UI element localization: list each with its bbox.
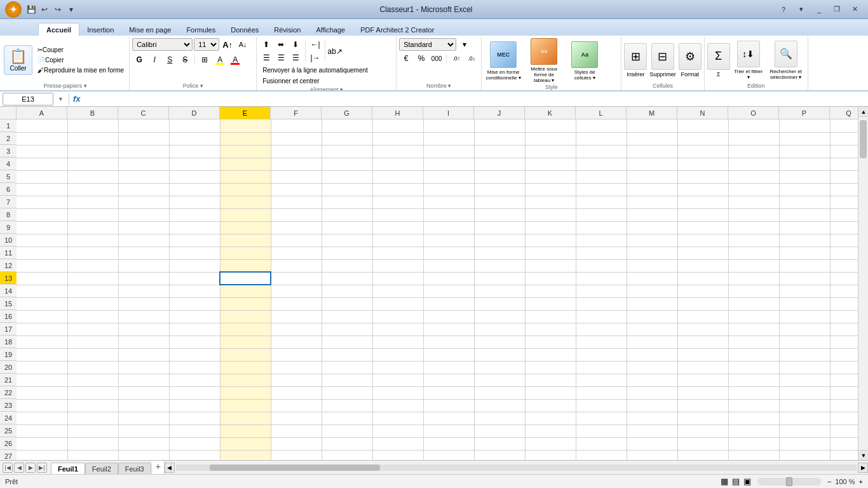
cell-G16[interactable] xyxy=(322,310,372,323)
cell-M13[interactable] xyxy=(627,272,677,285)
cell-I18[interactable] xyxy=(423,336,474,348)
cell-F6[interactable] xyxy=(271,183,322,196)
cell-A10[interactable] xyxy=(17,234,67,247)
cell-Q19[interactable] xyxy=(830,348,858,361)
cell-Q9[interactable] xyxy=(830,221,858,234)
cell-Q6[interactable] xyxy=(830,183,858,196)
row-header-14[interactable]: 14 xyxy=(0,285,17,297)
cell-C13[interactable] xyxy=(118,272,169,285)
cell-I24[interactable] xyxy=(423,412,474,424)
tab-revision[interactable]: Révision xyxy=(266,24,308,36)
cell-J2[interactable] xyxy=(474,132,525,145)
cell-L25[interactable] xyxy=(576,424,627,437)
cell-L14[interactable] xyxy=(576,285,627,297)
cell-F4[interactable] xyxy=(271,158,322,170)
cell-B23[interactable] xyxy=(67,399,118,412)
cell-O11[interactable] xyxy=(728,247,779,259)
cell-B14[interactable] xyxy=(67,285,118,297)
cell-D10[interactable] xyxy=(169,234,220,247)
cell-B8[interactable] xyxy=(67,208,118,221)
cell-F5[interactable] xyxy=(271,170,322,183)
cell-O6[interactable] xyxy=(728,183,779,196)
cell-P18[interactable] xyxy=(779,336,830,348)
cell-J16[interactable] xyxy=(474,310,525,323)
cell-O23[interactable] xyxy=(728,399,779,412)
cell-A18[interactable] xyxy=(17,336,67,348)
row-header-9[interactable]: 9 xyxy=(0,221,17,234)
cell-B27[interactable] xyxy=(67,450,118,460)
cell-L7[interactable] xyxy=(576,196,627,208)
cell-M25[interactable] xyxy=(627,424,677,437)
layout-view-btn[interactable]: ▤ xyxy=(732,477,740,486)
cell-K15[interactable] xyxy=(525,297,576,310)
cell-K27[interactable] xyxy=(525,450,576,460)
cell-I22[interactable] xyxy=(423,386,474,399)
cell-J26[interactable] xyxy=(474,437,525,450)
cell-C19[interactable] xyxy=(118,348,169,361)
cell-P4[interactable] xyxy=(779,158,830,170)
cell-P21[interactable] xyxy=(779,374,830,386)
zoom-out-btn[interactable]: − xyxy=(827,478,831,485)
cell-O4[interactable] xyxy=(728,158,779,170)
col-header-A[interactable]: A xyxy=(17,107,67,119)
cell-G23[interactable] xyxy=(322,399,372,412)
cell-G9[interactable] xyxy=(322,221,372,234)
cell-K19[interactable] xyxy=(525,348,576,361)
cell-D22[interactable] xyxy=(169,386,220,399)
cell-Q12[interactable] xyxy=(830,259,858,272)
cell-I17[interactable] xyxy=(423,323,474,336)
cell-C9[interactable] xyxy=(118,221,169,234)
cell-F19[interactable] xyxy=(271,348,322,361)
cell-L24[interactable] xyxy=(576,412,627,424)
cell-C20[interactable] xyxy=(118,361,169,374)
cell-D11[interactable] xyxy=(169,247,220,259)
cell-E21[interactable] xyxy=(220,374,271,386)
cell-O8[interactable] xyxy=(728,208,779,221)
cell-M14[interactable] xyxy=(627,285,677,297)
align-center-btn[interactable]: ☰ xyxy=(274,51,288,64)
cell-A22[interactable] xyxy=(17,386,67,399)
redo-quick-btn[interactable]: ↪ xyxy=(52,4,64,15)
cell-D15[interactable] xyxy=(169,297,220,310)
row-header-15[interactable]: 15 xyxy=(0,297,17,310)
row-header-18[interactable]: 18 xyxy=(0,336,17,348)
cell-K9[interactable] xyxy=(525,221,576,234)
zoom-in-btn[interactable]: + xyxy=(859,478,863,485)
cell-O10[interactable] xyxy=(728,234,779,247)
formula-expand-btn[interactable]: ▾ xyxy=(56,95,65,104)
cell-Q3[interactable] xyxy=(830,145,858,158)
col-header-N[interactable]: N xyxy=(677,107,728,119)
cell-L10[interactable] xyxy=(576,234,627,247)
cell-J23[interactable] xyxy=(474,399,525,412)
cell-G26[interactable] xyxy=(322,437,372,450)
col-header-J[interactable]: J xyxy=(474,107,525,119)
increase-indent-btn[interactable]: |→ xyxy=(308,51,322,64)
cell-P13[interactable] xyxy=(779,272,830,285)
cell-A21[interactable] xyxy=(17,374,67,386)
currency-btn[interactable]: € xyxy=(399,52,413,65)
cell-M3[interactable] xyxy=(627,145,677,158)
cell-P26[interactable] xyxy=(779,437,830,450)
cell-Q18[interactable] xyxy=(830,336,858,348)
cell-F3[interactable] xyxy=(271,145,322,158)
sheet-nav-first[interactable]: |◀ xyxy=(3,463,13,473)
cell-F1[interactable] xyxy=(271,119,322,132)
cell-N15[interactable] xyxy=(677,297,728,310)
cell-A1[interactable] xyxy=(17,119,67,132)
cell-P7[interactable] xyxy=(779,196,830,208)
cell-L26[interactable] xyxy=(576,437,627,450)
cell-M24[interactable] xyxy=(627,412,677,424)
cell-F24[interactable] xyxy=(271,412,322,424)
cell-C5[interactable] xyxy=(118,170,169,183)
cell-O1[interactable] xyxy=(728,119,779,132)
undo-quick-btn[interactable]: ↩ xyxy=(39,4,50,15)
cell-I19[interactable] xyxy=(423,348,474,361)
cell-E13[interactable] xyxy=(220,272,271,285)
cell-I20[interactable] xyxy=(423,361,474,374)
cell-G19[interactable] xyxy=(322,348,372,361)
cell-H9[interactable] xyxy=(372,221,423,234)
cell-D25[interactable] xyxy=(169,424,220,437)
cell-B16[interactable] xyxy=(67,310,118,323)
save-quick-btn[interactable]: 💾 xyxy=(25,4,37,15)
add-sheet-btn[interactable]: + xyxy=(153,461,164,472)
